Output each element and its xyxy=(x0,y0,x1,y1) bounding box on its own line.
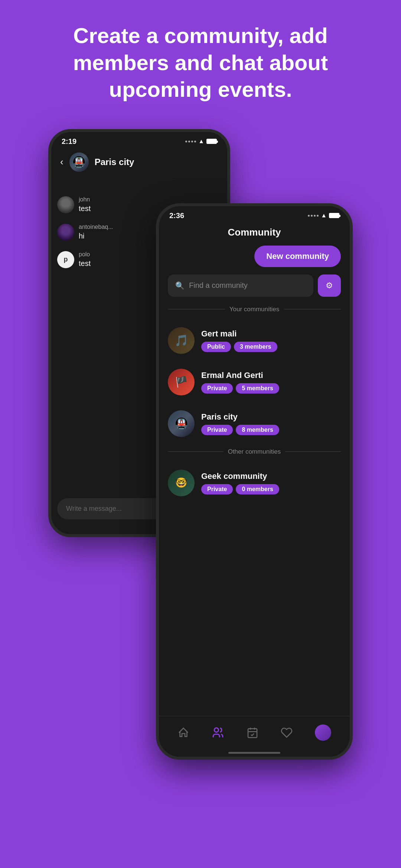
other-communities-divider: Other communities xyxy=(159,448,350,456)
nav-favorites[interactable] xyxy=(281,727,293,739)
community-badges: Public 3 members xyxy=(201,342,341,352)
back-community-avatar: 🚇 xyxy=(69,152,89,172)
back-button[interactable]: ‹ xyxy=(60,156,63,168)
nav-home[interactable] xyxy=(177,727,189,739)
privacy-badge: Private xyxy=(201,425,233,435)
bottom-nav xyxy=(159,716,350,757)
front-status-icons: ▲ xyxy=(308,212,339,219)
search-bar[interactable]: 🔍 Find a community xyxy=(168,274,313,297)
divider-right xyxy=(284,309,341,309)
back-status-icons: ▲ xyxy=(185,138,217,145)
community-badges: Private 8 members xyxy=(201,425,341,435)
back-header: ‹ 🚇 Paris city xyxy=(51,149,227,179)
input-placeholder: Write a message... xyxy=(66,505,122,512)
divider-right xyxy=(285,451,341,452)
community-info: Paris city Private 8 members xyxy=(201,412,341,435)
home-indicator xyxy=(228,752,280,754)
search-row: 🔍 Find a community ⚙ xyxy=(159,274,350,297)
search-icon: 🔍 xyxy=(175,281,185,290)
community-info: Geek community Private 0 members xyxy=(201,471,341,494)
message-text: test xyxy=(79,204,91,213)
svg-point-0 xyxy=(214,728,218,732)
phones-container: 2:19 ▲ ‹ 🚇 Paris city xyxy=(48,129,353,778)
nav-events[interactable] xyxy=(247,727,258,739)
community-name: Ermal And Gerti xyxy=(201,371,341,380)
community-avatar: 🏴 xyxy=(168,369,195,395)
divider-left xyxy=(168,309,225,309)
your-communities-label: Your communities xyxy=(229,306,280,313)
other-communities-label: Other communities xyxy=(228,448,281,456)
profile-avatar xyxy=(315,724,331,741)
members-badge: 3 members xyxy=(234,342,277,352)
avatar xyxy=(57,196,74,213)
list-item[interactable]: 🏴 Ermal And Gerti Private 5 members xyxy=(159,362,350,402)
back-time: 2:19 xyxy=(62,137,76,146)
community-title: Community xyxy=(228,227,281,238)
community-badges: Private 0 members xyxy=(201,484,341,494)
list-item[interactable]: 🤓 Geek community Private 0 members xyxy=(159,463,350,503)
members-badge: 0 members xyxy=(236,484,279,494)
avatar: p xyxy=(57,251,74,268)
members-badge: 8 members xyxy=(236,425,279,435)
signal-icon xyxy=(308,215,319,217)
signal-icon xyxy=(185,141,196,142)
your-communities-divider: Your communities xyxy=(159,306,350,313)
community-info: Gert mali Public 3 members xyxy=(201,329,341,352)
community-avatar: 🎵 xyxy=(168,327,195,354)
members-badge: 5 members xyxy=(236,383,279,394)
wifi-icon: ▲ xyxy=(321,212,327,219)
back-status-bar: 2:19 ▲ xyxy=(51,132,227,149)
battery-icon xyxy=(329,213,339,218)
message-text: hi xyxy=(79,232,113,240)
message-username: antoinebaq... xyxy=(79,224,113,230)
message-content: antoinebaq... hi xyxy=(79,224,113,240)
front-status-bar: 2:36 ▲ xyxy=(159,206,350,223)
nav-profile[interactable] xyxy=(315,724,331,741)
new-community-button[interactable]: New community xyxy=(254,246,341,267)
list-item[interactable]: 🎵 Gert mali Public 3 members xyxy=(159,320,350,361)
message-text: test xyxy=(79,259,91,268)
message-username: polo xyxy=(79,251,91,258)
front-time: 2:36 xyxy=(169,211,184,220)
wifi-icon: ▲ xyxy=(198,138,204,145)
svg-rect-1 xyxy=(248,729,257,737)
privacy-badge: Public xyxy=(201,342,231,352)
community-badges: Private 5 members xyxy=(201,383,341,394)
divider-left xyxy=(168,451,224,452)
message-username: john xyxy=(79,196,91,203)
message-content: polo test xyxy=(79,251,91,268)
community-name: Paris city xyxy=(201,412,341,422)
avatar xyxy=(57,224,74,241)
battery-icon xyxy=(206,139,217,144)
screen-title: Community xyxy=(159,223,350,246)
front-phone: 2:36 ▲ Community New community 🔍 Find a … xyxy=(156,203,353,760)
privacy-badge: Private xyxy=(201,383,233,394)
privacy-badge: Private xyxy=(201,484,233,494)
filter-button[interactable]: ⚙ xyxy=(318,274,341,297)
community-avatar: 🚇 xyxy=(168,410,195,437)
back-community-title: Paris city xyxy=(95,157,134,167)
community-name: Geek community xyxy=(201,471,341,481)
list-item[interactable]: 🚇 Paris city Private 8 members xyxy=(159,404,350,444)
community-name: Gert mali xyxy=(201,329,341,339)
filter-icon: ⚙ xyxy=(326,281,333,290)
community-avatar: 🤓 xyxy=(168,470,195,496)
avatar-initial: p xyxy=(64,256,68,263)
community-info: Ermal And Gerti Private 5 members xyxy=(201,371,341,394)
search-placeholder: Find a community xyxy=(189,281,248,290)
nav-community[interactable] xyxy=(212,726,224,739)
headline: Create a community, add members and chat… xyxy=(48,22,353,103)
message-content: john test xyxy=(79,196,91,213)
